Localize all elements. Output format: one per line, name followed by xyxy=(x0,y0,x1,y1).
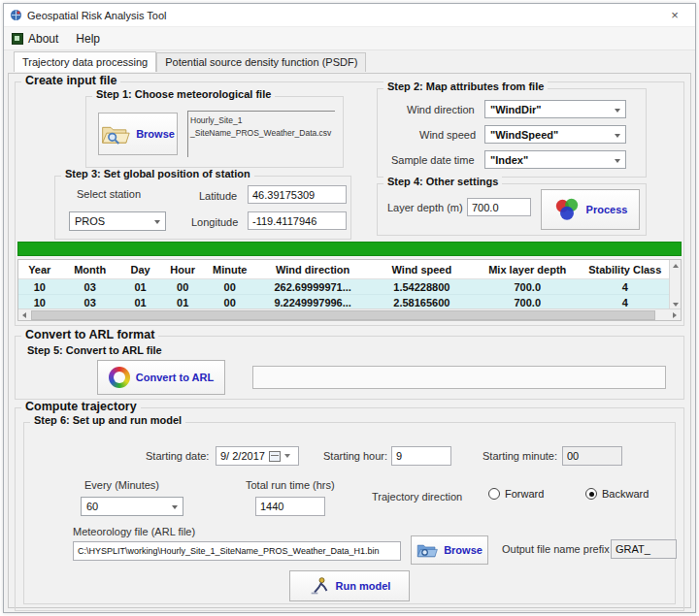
group-convert-arl: Convert to ARL format Step 5: Convert to… xyxy=(15,336,684,400)
convert-arl-button[interactable]: Convert to ARL xyxy=(97,360,225,395)
table-header-cell: Stability Class xyxy=(582,264,669,276)
group-convert-title: Convert to ARL format xyxy=(21,328,158,341)
layer-depth-field[interactable] xyxy=(467,198,531,216)
table-header-cell: Month xyxy=(61,264,119,276)
app-icon xyxy=(10,9,22,21)
menu-about[interactable]: About xyxy=(12,32,58,46)
scroll-up-icon[interactable] xyxy=(670,260,682,272)
group-compute-trajectory: Compute trajectory Step 6: Set up and ru… xyxy=(15,407,684,611)
close-button[interactable]: × xyxy=(660,5,689,26)
forward-label: Forward xyxy=(505,488,544,500)
calendar-icon xyxy=(269,451,281,462)
tab-psdf[interactable]: Potential source density function (PSDF) xyxy=(156,52,366,72)
select-station-label: Select station xyxy=(77,188,141,200)
step2-title: Step 2: Map attributes from file xyxy=(383,81,548,92)
browse-met-file-button[interactable]: Browse xyxy=(98,113,178,155)
chevron-down-icon xyxy=(615,159,620,163)
chevron-down-icon xyxy=(284,454,290,458)
chevron-down-icon xyxy=(615,109,620,113)
wind-direction-select[interactable]: "WindDir" xyxy=(484,100,626,118)
scroll-right-icon[interactable] xyxy=(669,309,681,321)
table-cell: 00 xyxy=(204,281,256,293)
total-run-time-label: Total run time (hrs) xyxy=(246,479,335,491)
radio-backward[interactable]: Backward xyxy=(585,488,649,500)
convert-progress-bar xyxy=(252,366,666,389)
starting-date-picker[interactable]: 9/ 2/2017 xyxy=(216,446,299,466)
rgb-circles-icon xyxy=(553,197,581,222)
longitude-label: Longitude xyxy=(191,216,238,228)
chevron-down-icon xyxy=(615,134,620,138)
convert-arl-label: Convert to ARL xyxy=(136,372,214,383)
run-model-button[interactable]: Run model xyxy=(289,570,410,601)
menu-help[interactable]: Help xyxy=(76,32,100,46)
table-cell: 1.54228800 xyxy=(370,281,474,293)
every-minutes-value: 60 xyxy=(86,501,98,512)
table-cell: 10 xyxy=(18,297,61,308)
table-cell: 2.58165600 xyxy=(370,297,474,308)
starting-hour-field[interactable] xyxy=(391,446,451,466)
table-cell: 01 xyxy=(119,297,162,308)
starting-date-label: Starting date: xyxy=(146,450,209,462)
chevron-down-icon xyxy=(172,505,178,509)
about-icon xyxy=(12,33,23,45)
table-cell: 4 xyxy=(582,281,669,293)
browse-met-file-label: Browse xyxy=(136,128,175,140)
table-cell: 700.0 xyxy=(474,297,582,308)
table-vertical-scrollbar[interactable] xyxy=(669,260,681,310)
starting-hour-label: Starting hour: xyxy=(323,450,387,462)
met-file-path-field[interactable]: C:\HYSPLIT\working\Hourly_Site_1_SiteNam… xyxy=(73,541,401,561)
starting-minute-label: Starting minute: xyxy=(483,450,557,462)
run-model-label: Run model xyxy=(336,580,391,592)
latitude-field[interactable] xyxy=(248,185,347,204)
step5-title: Step 5: Convert to ARL file xyxy=(27,344,162,356)
longitude-field[interactable] xyxy=(248,211,347,230)
step6-title: Step 6: Set up and run model xyxy=(30,414,185,426)
layer-depth-label: Layer depth (m) xyxy=(387,202,463,213)
group-create-input: Create input file Step 1: Choose meteoro… xyxy=(15,81,684,326)
station-select[interactable]: PROS xyxy=(69,211,166,231)
weather-data-table: Year Month Day Hour Minute Wind directio… xyxy=(17,259,682,321)
output-prefix-field[interactable] xyxy=(611,539,677,559)
tab-strip: Trajectory data processing Potential sou… xyxy=(4,50,695,72)
scroll-left-icon[interactable] xyxy=(18,309,30,321)
starting-minute-field[interactable] xyxy=(562,446,622,466)
menu-about-label: About xyxy=(28,32,58,46)
wind-direction-value: "WindDir" xyxy=(490,104,542,115)
table-cell: 4 xyxy=(582,297,669,308)
table-cell: 9.2249997996... xyxy=(256,297,370,308)
table-cell: 01 xyxy=(161,297,204,308)
menu-bar: About Help xyxy=(4,27,695,50)
sample-date-time-select[interactable]: "Index" xyxy=(484,150,626,169)
group-step2: Step 2: Map attributes from file Wind di… xyxy=(377,88,647,178)
total-run-time-field[interactable] xyxy=(255,497,325,516)
tab-content: Create input file Step 1: Choose meteoro… xyxy=(8,73,691,608)
starting-date-value: 9/ 2/2017 xyxy=(220,450,265,462)
group-create-title: Create input file xyxy=(21,74,120,87)
wind-speed-select[interactable]: "WindSpeed" xyxy=(484,125,626,144)
window-title: Geospatial Risk Analysis Tool xyxy=(27,10,660,21)
scrollbar-thumb[interactable] xyxy=(31,310,655,320)
group-step6: Step 6: Set up and run model Starting da… xyxy=(23,422,676,604)
group-step3: Step 3: Set global position of station S… xyxy=(54,176,351,240)
table-horizontal-scrollbar[interactable] xyxy=(18,308,681,320)
process-button[interactable]: Process xyxy=(541,189,640,230)
sample-date-time-label: Sample date time xyxy=(391,154,475,166)
table-cell: 00 xyxy=(161,281,204,293)
selected-file-label: Hourly_Site_1 _SiteName_PROS_Weather_Dat… xyxy=(187,111,335,157)
table-cell: 10 xyxy=(18,281,61,293)
latitude-label: Latitude xyxy=(199,190,237,202)
wind-speed-value: "WindSpeed" xyxy=(490,129,558,141)
radio-forward[interactable]: Forward xyxy=(488,488,544,500)
chevron-down-icon xyxy=(154,220,160,224)
every-minutes-select[interactable]: 60 xyxy=(81,497,183,516)
table-cell: 00 xyxy=(204,297,256,308)
table-header-row: Year Month Day Hour Minute Wind directio… xyxy=(18,260,681,279)
browse-arl-button[interactable]: Browse xyxy=(411,535,488,565)
group-compute-title: Compute trajectory xyxy=(21,400,141,413)
table-cell: 01 xyxy=(119,281,162,293)
tab-trajectory[interactable]: Trajectory data processing xyxy=(14,51,156,72)
table-row[interactable]: 10 03 01 00 00 262.69999971... 1.5422880… xyxy=(18,279,681,295)
group-step1: Step 1: Choose meteorological file Brows… xyxy=(85,96,344,168)
browse-arl-label: Browse xyxy=(444,544,483,556)
app-window: Geospatial Risk Analysis Tool × About He… xyxy=(3,3,696,613)
